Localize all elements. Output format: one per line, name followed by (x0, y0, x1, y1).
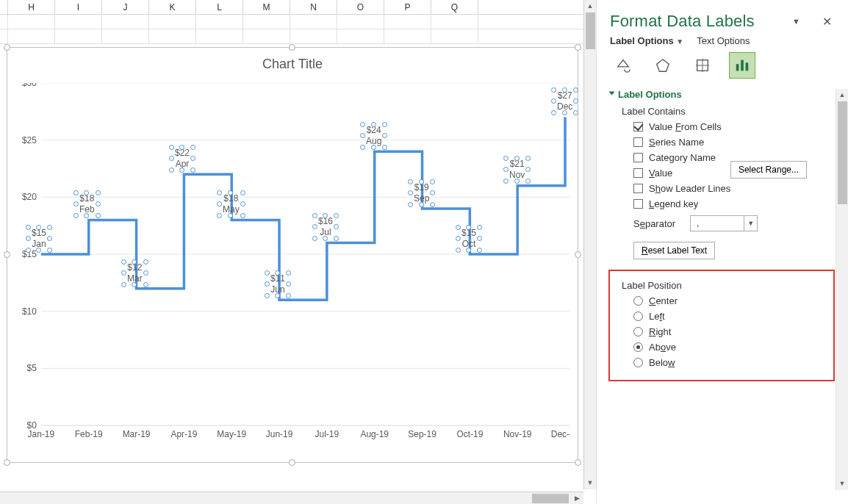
chart-resize-handle[interactable] (289, 459, 295, 466)
col-header-m[interactable]: M (243, 0, 290, 14)
vertical-scrollbar[interactable]: ▲ ▼ (583, 0, 596, 489)
check-value-from-cells[interactable]: Value From Cells (633, 121, 827, 132)
fill-line-icon[interactable] (610, 52, 636, 79)
label-resize-handle[interactable] (96, 190, 101, 195)
scroll-thumb[interactable] (838, 101, 847, 204)
label-resize-handle[interactable] (36, 225, 41, 230)
check-leader-lines[interactable]: Show Leader Lines (633, 183, 827, 194)
col-header-i[interactable]: I (55, 0, 102, 14)
label-resize-handle[interactable] (573, 98, 578, 104)
label-resize-handle[interactable] (217, 190, 222, 195)
scroll-up-icon[interactable]: ▲ (584, 0, 596, 12)
label-resize-handle[interactable] (360, 145, 365, 150)
label-resize-handle[interactable] (466, 248, 471, 253)
label-resize-handle[interactable] (73, 201, 79, 206)
label-resize-handle[interactable] (382, 133, 387, 138)
scroll-up-icon[interactable]: ▲ (836, 89, 848, 101)
label-resize-handle[interactable] (551, 110, 556, 115)
label-resize-handle[interactable] (382, 145, 387, 150)
data-label[interactable]: $15Jan (28, 227, 50, 251)
chart-resize-handle[interactable] (4, 459, 10, 466)
check-legend-key[interactable]: Legend key (633, 198, 827, 209)
chart-resize-handle[interactable] (575, 44, 581, 51)
chart-resize-handle[interactable] (575, 459, 581, 466)
scroll-right-icon[interactable]: ▶ (571, 492, 583, 504)
effects-icon[interactable] (650, 52, 676, 79)
reset-label-text-button[interactable]: Reset Label Text (633, 242, 715, 259)
label-resize-handle[interactable] (265, 270, 270, 276)
label-resize-handle[interactable] (26, 225, 31, 230)
label-resize-handle[interactable] (551, 98, 556, 104)
pane-menu-chevron-icon[interactable]: ▼ (792, 17, 800, 26)
chart-resize-handle[interactable] (4, 251, 10, 258)
radio-center[interactable]: Center (633, 295, 833, 306)
label-resize-handle[interactable] (47, 248, 52, 253)
label-resize-handle[interactable] (503, 167, 509, 172)
scroll-down-icon[interactable]: ▼ (584, 477, 596, 489)
close-icon[interactable]: ✕ (821, 15, 833, 29)
chart-object[interactable]: Chart Title $30 $25 $20 $15 $10 $5 (7, 47, 578, 463)
data-label[interactable]: $18May (219, 192, 243, 216)
scroll-thumb[interactable] (532, 494, 569, 503)
label-resize-handle[interactable] (430, 202, 435, 207)
label-resize-handle[interactable] (456, 236, 461, 241)
col-header-h[interactable]: H (8, 0, 55, 14)
chart-resize-handle[interactable] (289, 44, 295, 51)
col-header-p[interactable]: P (384, 0, 431, 14)
label-resize-handle[interactable] (573, 110, 578, 115)
scroll-thumb[interactable] (586, 12, 595, 49)
label-resize-handle[interactable] (382, 122, 387, 127)
label-options-icon[interactable] (729, 52, 755, 79)
col-header-n[interactable]: N (290, 0, 337, 14)
data-label[interactable]: $22Apr (171, 147, 193, 170)
col-header-k[interactable]: K (149, 0, 196, 14)
label-resize-handle[interactable] (551, 87, 556, 93)
label-resize-handle[interactable] (169, 145, 174, 150)
data-label[interactable]: $27Dec (553, 90, 576, 113)
label-resize-handle[interactable] (265, 281, 270, 287)
col-header-l[interactable]: L (196, 0, 243, 14)
label-resize-handle[interactable] (143, 270, 148, 276)
col-header-o[interactable]: O (337, 0, 384, 14)
label-resize-handle[interactable] (430, 179, 435, 184)
data-label[interactable]: $19Sep (410, 181, 433, 205)
label-resize-handle[interactable] (562, 87, 567, 93)
label-resize-handle[interactable] (312, 224, 317, 229)
label-resize-handle[interactable] (456, 225, 461, 230)
tab-label-options[interactable]: Label Options ▼ (610, 35, 683, 46)
plot-area[interactable]: $30 $25 $20 $15 $10 $5 $0 Jan-19 Feb-19 … (15, 83, 570, 440)
label-resize-handle[interactable] (430, 190, 435, 195)
data-label[interactable]: $12Mar (123, 262, 146, 285)
label-resize-handle[interactable] (190, 145, 195, 150)
label-resize-handle[interactable] (419, 179, 424, 184)
label-resize-handle[interactable] (240, 213, 245, 218)
chart-title[interactable]: Chart Title (7, 57, 578, 72)
label-resize-handle[interactable] (121, 259, 126, 264)
label-resize-handle[interactable] (169, 156, 174, 161)
label-resize-handle[interactable] (466, 225, 471, 230)
series-line[interactable] (41, 118, 565, 300)
radio-right[interactable]: Right (633, 326, 833, 337)
label-resize-handle[interactable] (360, 122, 365, 127)
chevron-down-icon[interactable]: ▼ (744, 216, 757, 231)
label-resize-handle[interactable] (573, 87, 578, 93)
label-resize-handle[interactable] (477, 236, 482, 241)
label-resize-handle[interactable] (456, 248, 461, 253)
label-resize-handle[interactable] (240, 190, 245, 195)
label-resize-handle[interactable] (47, 236, 52, 241)
horizontal-scrollbar[interactable]: ▶ (0, 492, 583, 504)
label-resize-handle[interactable] (121, 270, 126, 276)
label-resize-handle[interactable] (562, 110, 567, 115)
data-label[interactable]: $24Aug (362, 124, 385, 148)
data-label[interactable]: $16Jul (315, 215, 337, 239)
label-resize-handle[interactable] (179, 168, 184, 173)
radio-above[interactable]: Above (633, 342, 833, 353)
label-resize-handle[interactable] (169, 168, 174, 173)
label-resize-handle[interactable] (96, 201, 101, 206)
check-series-name[interactable]: Series Name (633, 137, 827, 148)
label-resize-handle[interactable] (240, 201, 245, 206)
size-properties-icon[interactable] (689, 52, 716, 79)
radio-below[interactable]: Below (633, 357, 833, 368)
label-resize-handle[interactable] (217, 201, 222, 206)
label-resize-handle[interactable] (26, 236, 31, 241)
